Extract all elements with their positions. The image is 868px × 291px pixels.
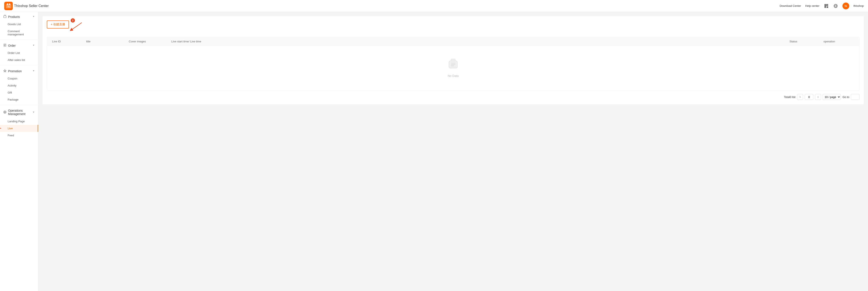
sidebar-item-package[interactable]: Package <box>0 96 38 103</box>
qr-code-icon[interactable] <box>824 3 829 8</box>
create-live-button[interactable]: + 创建直播 <box>47 21 69 29</box>
order-icon <box>3 44 6 47</box>
header: Ts Thisshop Seller Center Download Cente… <box>0 0 868 12</box>
ops-icon <box>3 111 6 114</box>
annotation-arrow-2 <box>69 22 86 32</box>
annotation-badge-2: 2 <box>71 18 75 23</box>
total-label: Total0 list <box>784 95 796 99</box>
svg-rect-12 <box>827 5 828 5</box>
sidebar-section-promotion: Promotion ▲ Coupon Activity Gift Package <box>0 66 38 104</box>
svg-point-3 <box>9 3 10 5</box>
live-table: Live ID title Cover images Live start ti… <box>47 37 860 91</box>
col-live-start-time: Live start time/ Live time <box>169 40 788 43</box>
prev-page-button[interactable]: ‹ <box>797 94 803 100</box>
logo: Ts Thisshop Seller Center <box>4 2 49 10</box>
promotion-chevron: ▲ <box>33 70 35 72</box>
sidebar-item-activity[interactable]: Activity <box>0 82 38 89</box>
sidebar-section-header-promotion[interactable]: Promotion ▲ <box>0 67 38 75</box>
header-left: Ts Thisshop Seller Center <box>4 2 49 10</box>
download-center-link[interactable]: Download Center <box>780 4 801 7</box>
svg-rect-13 <box>825 7 826 7</box>
sidebar-item-after-sales-list[interactable]: After-sales list <box>0 56 38 63</box>
products-section-label: Products <box>8 15 20 19</box>
svg-rect-11 <box>825 5 826 5</box>
header-right: Download Center Help center <box>780 3 864 9</box>
sidebar-item-feed[interactable]: Feed <box>0 132 38 139</box>
current-page-input[interactable]: 0 <box>805 94 813 100</box>
sidebar-item-live[interactable]: Live <box>0 125 38 132</box>
no-data-text: No Data <box>447 74 459 78</box>
svg-rect-8 <box>828 7 828 7</box>
svg-point-2 <box>7 3 8 5</box>
sidebar-section-header-order[interactable]: Order ▲ <box>0 41 38 50</box>
divider-2 <box>0 65 38 65</box>
header-title: Thisshop Seller Center <box>14 4 49 8</box>
sidebar-section-products: Products ▲ Goods List Comment management <box>0 12 38 39</box>
pagination: Total0 list ‹ 0 › 10 / page 20 / page 50… <box>47 94 860 100</box>
sidebar-section-header-operations[interactable]: Operations Management ▲ <box>0 107 38 118</box>
sidebar-section-header-products[interactable]: Products ▲ <box>0 13 38 21</box>
col-live-id: Live ID <box>51 40 85 43</box>
content-card: + 创建直播 2 Live ID <box>42 16 864 104</box>
box-icon <box>3 15 6 19</box>
sidebar-section-order: Order ▲ Order List After-sales list <box>0 41 38 64</box>
sidebar-item-gift[interactable]: Gift <box>0 89 38 96</box>
sidebar-item-comment-management[interactable]: Comment management <box>0 28 38 38</box>
no-data-icon <box>447 59 460 71</box>
col-title: title <box>85 40 127 43</box>
operations-chevron: ▲ <box>33 111 35 114</box>
svg-rect-17 <box>4 16 6 18</box>
layout: Products ▲ Goods List Comment management <box>0 12 868 291</box>
goto-label: Go to <box>842 95 849 99</box>
svg-rect-10 <box>828 7 828 8</box>
next-page-button[interactable]: › <box>815 94 821 100</box>
svg-marker-22 <box>4 69 6 72</box>
promotion-icon <box>3 69 6 73</box>
order-section-label: Order <box>8 44 16 47</box>
user-avatar[interactable]: ts <box>842 3 849 9</box>
sidebar-item-goods-list[interactable]: Goods List <box>0 21 38 28</box>
order-chevron: ▲ <box>33 44 35 47</box>
help-center-link[interactable]: Help center <box>805 4 819 7</box>
per-page-select[interactable]: 10 / page 20 / page 50 / page <box>823 94 841 100</box>
col-operation: operation <box>822 40 856 43</box>
logo-icon: Ts <box>4 2 13 10</box>
sidebar-item-order-list[interactable]: Order List <box>0 50 38 56</box>
products-chevron: ▲ <box>33 16 35 18</box>
sidebar-section-operations: Operations Management ▲ Landing Page Liv… <box>0 106 38 140</box>
operations-section-label: Operations Management <box>8 109 33 116</box>
main-content: + 创建直播 2 Live ID <box>38 12 868 291</box>
table-header: Live ID title Cover images Live start ti… <box>47 37 859 46</box>
user-name: thisshop <box>854 4 864 7</box>
col-status: Status <box>788 40 822 43</box>
no-data-state: No Data <box>47 46 859 90</box>
col-cover-images: Cover images <box>127 40 169 43</box>
promotion-section-label: Promotion <box>8 69 22 73</box>
goto-page-input[interactable] <box>851 94 860 100</box>
svg-text:Ts: Ts <box>7 5 10 8</box>
sidebar-item-coupon[interactable]: Coupon <box>0 75 38 82</box>
language-icon[interactable] <box>833 3 838 8</box>
svg-rect-9 <box>827 7 827 8</box>
svg-point-24 <box>4 112 5 113</box>
svg-rect-7 <box>827 7 827 7</box>
sidebar-item-landing-page[interactable]: Landing Page <box>0 118 38 125</box>
sidebar: Products ▲ Goods List Comment management <box>0 12 38 291</box>
